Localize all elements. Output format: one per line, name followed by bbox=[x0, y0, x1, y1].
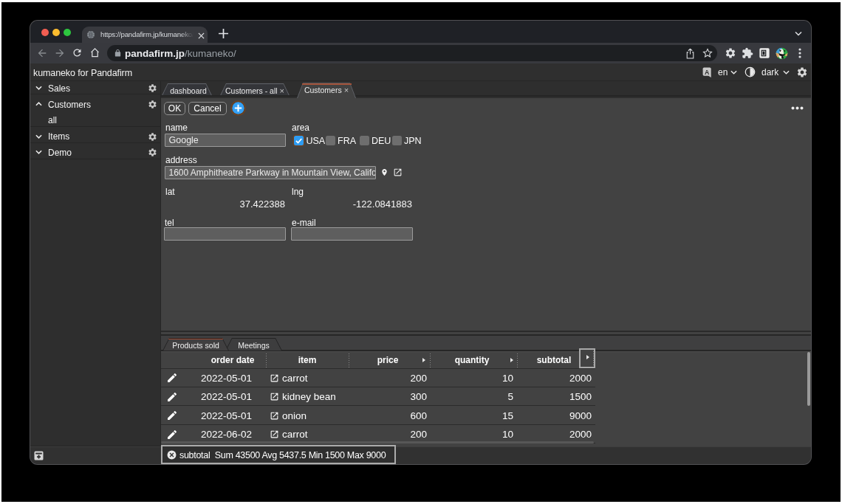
svg-text:A: A bbox=[705, 69, 710, 76]
